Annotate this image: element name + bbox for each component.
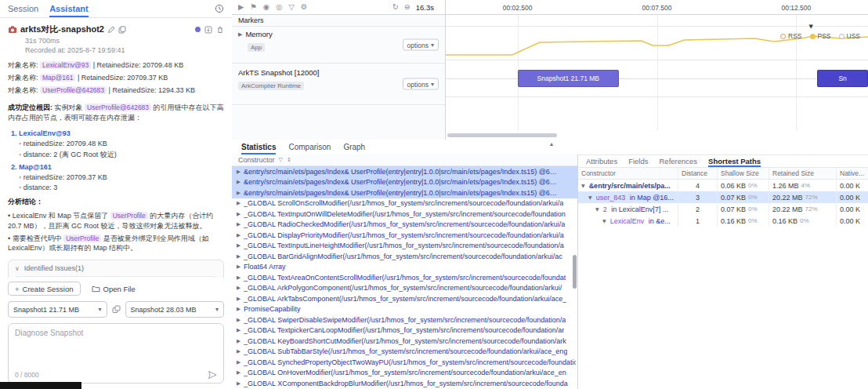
constructor-row[interactable]: ▶_GLOBAL ArkPolygonComponent(/usr1/hmos_… (232, 283, 577, 294)
constructor-row[interactable]: ▶&entry/src/main/ets/pages/Index& UserPr… (232, 166, 577, 177)
memory-track[interactable]: ▼ RSSPSSUSS (446, 27, 868, 60)
expand-arrow-icon[interactable]: ▶ (237, 317, 241, 323)
expand-arrow-icon[interactable]: ▶ (237, 327, 241, 333)
filter-icon[interactable]: ▽ (279, 157, 283, 163)
expand-arrow-icon[interactable]: ▶ (237, 274, 241, 281)
record-icon[interactable]: ◉ (263, 3, 269, 11)
expand-arrow-icon[interactable]: ▶ (237, 232, 241, 238)
tab-comparison[interactable]: Comparison (288, 140, 331, 155)
expand-arrow-icon[interactable]: ▶ (237, 221, 241, 227)
expand-arrow-icon[interactable]: ▶ (237, 264, 241, 270)
flag-icon[interactable]: ⚑ (250, 3, 257, 11)
delete-icon[interactable] (216, 26, 224, 34)
constructor-row[interactable]: ▶_GLOBAL DisplayPriorityModifier(/usr1/h… (232, 230, 577, 241)
path-row[interactable]: ▼user_843 in Map @16...30.07 KB 0%20.22 … (578, 191, 868, 203)
constructor-row[interactable]: ▶_GLOBAL TextInputOnWillDeleteModifier(/… (232, 209, 577, 220)
restore-zoom-icon[interactable]: ↻ (392, 3, 399, 11)
finding-name[interactable]: 2. Map@161 (11, 163, 221, 171)
prompt-box[interactable]: Diagnose Snapshot 0 / 8000 (8, 323, 224, 384)
expand-arrow-icon[interactable]: ▶ (238, 31, 242, 38)
expand-arrow-icon[interactable]: ▶ (237, 380, 241, 387)
tab-assistant[interactable]: Assistant (49, 0, 89, 17)
constructor-row[interactable]: ▶_GLOBAL KeyBoardShortCutModifier(/usr1/… (232, 336, 577, 347)
memory-track-header[interactable]: ▶ Memory App options ▾ (232, 27, 445, 64)
snapshot-bar[interactable]: Sn (817, 70, 868, 87)
expand-arrow-icon[interactable]: ▶ (237, 169, 241, 175)
memory-options-button[interactable]: options ▾ (403, 39, 439, 51)
constructor-row[interactable]: ▶&entry/src/main/ets/pages/Index& UserPr… (232, 187, 577, 198)
constructor-row[interactable]: ▶PromiseCapability (232, 304, 577, 315)
sort-icon[interactable]: ↕ (287, 157, 291, 163)
snapshot1-select[interactable]: Snapshot1 21.71 MB ▾ (8, 301, 107, 318)
expand-arrow-icon[interactable]: ▶ (237, 285, 241, 291)
expand-arrow-icon[interactable]: ▶ (237, 296, 241, 302)
constructor-row[interactable]: ▶_GLOBAL BarGridAlignModifier(/usr1/hmos… (232, 251, 577, 262)
constructor-row[interactable]: ▶_GLOBAL RadioCheckedModifier(/usr1/hmos… (232, 220, 577, 231)
root-cause-chip[interactable]: UserProfile@642683 (85, 104, 151, 111)
collapse-arrow-icon[interactable]: ▼ (588, 194, 592, 200)
path-row[interactable]: ▼2 in LexicalEnv[7] ...20.07 KB 0%20.22 … (578, 203, 868, 215)
constructor-row[interactable]: ▶_GLOBAL OnHoverModifier(/usr1/hmos_for_… (232, 368, 577, 379)
tab-statistics[interactable]: Statistics (241, 140, 276, 155)
panel-collapse-caret[interactable]: ▴ (550, 140, 553, 147)
create-session-button[interactable]: + Create Session (8, 282, 81, 296)
compare-icon[interactable] (112, 305, 121, 314)
path-row[interactable]: ▼LexicalEnv in &e...10.16 KB 0%0.16 KB 0… (578, 215, 868, 227)
column-header[interactable]: Constructor (578, 168, 678, 179)
edit-icon[interactable] (107, 26, 115, 34)
play-icon[interactable]: ▶ (238, 3, 244, 11)
constructor-row[interactable]: ▶_GLOBAL SynchedPropertyObjectTwoWayPU(/… (232, 357, 577, 368)
constructor-row[interactable]: ▶_GLOBAL TextInputLineHeightModifier(/us… (232, 241, 577, 252)
history-icon[interactable] (215, 4, 224, 13)
analysis-chip[interactable]: UserProfile (110, 212, 148, 220)
copy-icon[interactable] (118, 26, 126, 34)
constructor-row[interactable]: ▶_GLOBAL TextAreaOnContentScrollModifier… (232, 272, 577, 283)
object-chip[interactable]: UserProfile@642683 (40, 86, 107, 94)
expand-arrow-icon[interactable]: ▶ (237, 348, 241, 354)
tab-session[interactable]: Session (8, 0, 38, 17)
vertical-scrollbar[interactable] (573, 255, 577, 289)
arkts-track[interactable]: Snapshot1 21.71 MBSn (446, 60, 868, 97)
tab-fields[interactable]: Fields (628, 155, 648, 167)
expand-arrow-icon[interactable]: ▶ (237, 242, 241, 249)
legend-uss[interactable]: USS (839, 32, 860, 40)
tab-shortest-paths[interactable]: Shortest Paths (708, 155, 761, 167)
column-header[interactable]: Native... (837, 168, 868, 179)
expand-arrow-icon[interactable]: ▶ (237, 200, 241, 206)
object-chip[interactable]: LexicalEnv@93 (40, 61, 91, 69)
time-ruler[interactable]: 00:02.50000:07.50000:12.500 (446, 0, 868, 15)
constructor-header[interactable]: Constructor ▽ ↕ (232, 155, 577, 166)
collapse-arrow-icon[interactable]: ▼ (595, 206, 599, 212)
constructor-row[interactable]: ▶Float64 Array (232, 262, 577, 273)
snapshot2-select[interactable]: Snapshot2 28.03 MB ▾ (125, 301, 225, 318)
settings-icon[interactable]: ⚙ (301, 3, 308, 11)
horizontal-scrollbar[interactable] (447, 133, 557, 137)
expand-arrow-icon[interactable]: ▶ (237, 306, 241, 312)
object-chip[interactable]: Map@161 (40, 74, 75, 82)
column-header[interactable]: Retained Size (769, 168, 837, 179)
track-collapse-caret[interactable]: ▼ (809, 24, 813, 30)
constructor-row[interactable]: ▶_GLOBAL SwiperDisableSwipeModifier(/usr… (232, 314, 577, 325)
column-header[interactable]: Distance (678, 168, 718, 179)
constructor-row[interactable]: ▶_GLOBAL ArkTabsComponent(/usr1/hmos_for… (232, 293, 577, 304)
expand-arrow-icon[interactable]: ▶ (237, 359, 241, 365)
arkts-track-header[interactable]: ArkTS Snapshot [12000] ArkCompiler Runti… (232, 64, 445, 105)
constructor-row[interactable]: ▶_GLOBAL ScrollOnScrollModifier(/usr1/hm… (232, 198, 577, 209)
constructor-row[interactable]: ▶_GLOBAL TextpickerCanLoopModifier(/usr1… (232, 325, 577, 336)
filter-icon[interactable]: ▽ (288, 3, 294, 11)
column-header[interactable]: Shallow Size (718, 168, 769, 179)
legend-rss[interactable]: RSS (780, 32, 801, 40)
legend-pss[interactable]: PSS (810, 32, 831, 40)
expand-arrow-icon[interactable]: ▶ (237, 190, 241, 196)
expand-arrow-icon[interactable]: ▶ (237, 211, 241, 217)
expand-arrow-icon[interactable]: ▶ (237, 179, 241, 185)
open-file-button[interactable]: Open File (90, 282, 137, 296)
tab-references[interactable]: References (659, 155, 697, 167)
arkts-options-button[interactable]: options ▾ (403, 78, 439, 90)
issues-header[interactable]: ∨ Identified Issues(1) (9, 260, 223, 276)
zoom-out-icon[interactable]: ⊖ (404, 3, 410, 11)
markers-track[interactable] (446, 15, 868, 27)
tab-attributes[interactable]: Attributes (586, 155, 617, 167)
analysis-chip[interactable]: UserProfile (63, 234, 101, 242)
tab-graph[interactable]: Graph (343, 140, 365, 155)
